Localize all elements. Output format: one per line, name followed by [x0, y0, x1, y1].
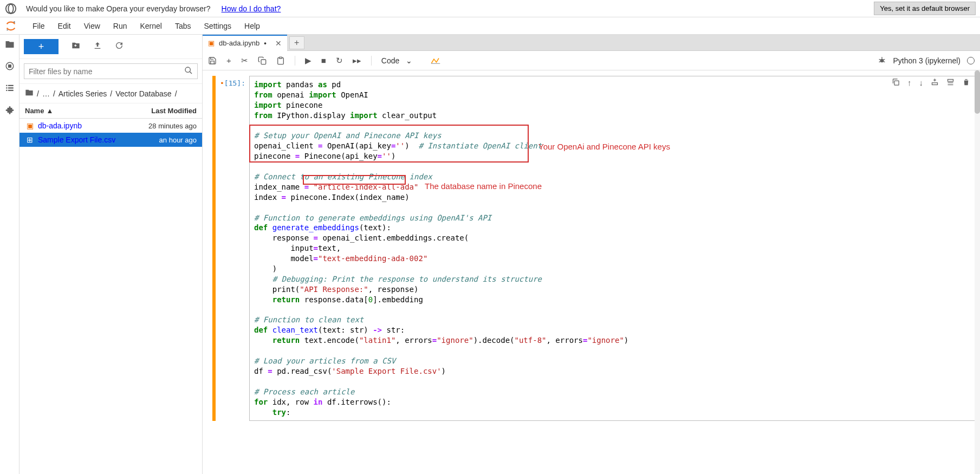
- svg-rect-11: [8, 90, 14, 91]
- csv-file-icon: ⊞: [25, 135, 35, 144]
- breadcrumb[interactable]: / … / Articles Series / Vector Database …: [20, 84, 202, 103]
- notebook-tab[interactable]: ▣ db-ada.ipynb • ✕: [203, 35, 287, 51]
- cell-type-select[interactable]: Code ⌄: [381, 56, 421, 65]
- search-icon: [184, 66, 193, 76]
- file-modified: 28 minutes ago: [148, 122, 197, 130]
- duplicate-cell-icon[interactable]: [892, 78, 900, 88]
- breadcrumb-sep: /: [37, 89, 39, 98]
- svg-rect-6: [6, 85, 7, 86]
- breadcrumb-seg[interactable]: Vector Database: [115, 89, 172, 98]
- file-list: ▣ db-ada.ipynb 28 minutes ago ⊞ Sample E…: [20, 119, 202, 474]
- svg-point-3: [7, 29, 8, 30]
- svg-rect-27: [948, 80, 953, 82]
- svg-line-13: [190, 72, 192, 74]
- svg-rect-24: [932, 83, 938, 85]
- file-browser-icon[interactable]: [4, 39, 15, 50]
- new-folder-icon[interactable]: [72, 41, 80, 52]
- bug-icon[interactable]: [878, 56, 886, 65]
- tab-close-button[interactable]: ✕: [275, 39, 282, 48]
- breadcrumb-ellipsis[interactable]: …: [42, 89, 50, 98]
- restart-icon[interactable]: ↻: [336, 56, 343, 66]
- menu-edit[interactable]: Edit: [51, 22, 77, 30]
- svg-rect-8: [6, 87, 7, 88]
- svg-point-1: [8, 4, 13, 13]
- save-icon[interactable]: [208, 56, 217, 65]
- notebook-area: ▣ db-ada.ipynb • ✕ + + ✂ ▶ ■ ↻ ▸▸ Code ⌄…: [203, 35, 980, 474]
- running-icon[interactable]: [4, 61, 15, 72]
- kernel-status-icon[interactable]: [967, 57, 975, 64]
- opera-how-link[interactable]: How do I do that?: [222, 4, 281, 13]
- activity-bar: [0, 35, 20, 474]
- svg-rect-15: [279, 57, 282, 59]
- move-down-icon[interactable]: ↓: [919, 78, 924, 88]
- header-name[interactable]: Name ▲: [25, 107, 151, 115]
- svg-rect-23: [894, 81, 899, 85]
- svg-rect-9: [8, 87, 14, 88]
- menu-run[interactable]: Run: [107, 22, 134, 30]
- file-browser-toolbar: +: [20, 35, 202, 59]
- menu-kernel[interactable]: Kernel: [133, 22, 168, 30]
- file-list-header: Name ▲ Last Modified: [20, 103, 202, 119]
- menubar: File Edit View Run Kernel Tabs Settings …: [0, 17, 980, 35]
- menu-view[interactable]: View: [77, 22, 107, 30]
- add-cell-icon[interactable]: +: [226, 56, 231, 65]
- file-modified: an hour ago: [159, 136, 197, 144]
- scrollbar[interactable]: [975, 70, 980, 474]
- svg-rect-7: [8, 85, 14, 86]
- header-modified[interactable]: Last Modified: [151, 107, 197, 115]
- opera-set-default-button[interactable]: Yes, set it as default browser: [874, 2, 976, 15]
- cell-marker: [212, 76, 216, 421]
- tabbar: ▣ db-ada.ipynb • ✕ +: [203, 35, 980, 51]
- insert-below-icon[interactable]: [946, 78, 955, 88]
- menu-file[interactable]: File: [26, 22, 51, 30]
- file-name: Sample Export File.csv: [38, 135, 159, 144]
- scroll-thumb[interactable]: [975, 70, 980, 114]
- notebook-file-icon: ▣: [25, 121, 35, 130]
- breadcrumb-sep: /: [175, 89, 177, 98]
- file-row-notebook[interactable]: ▣ db-ada.ipynb 28 minutes ago: [20, 119, 202, 133]
- file-browser-panel: + / … / Articles Series / Vector Databas…: [20, 35, 203, 474]
- code-editor[interactable]: import pandas as pd from openai import O…: [249, 76, 976, 421]
- svg-line-19: [879, 59, 881, 60]
- run-all-icon[interactable]: ▸▸: [353, 56, 361, 66]
- copy-icon[interactable]: [258, 56, 267, 65]
- annotation-text-index-name: The database name in Pinecone: [425, 181, 542, 191]
- kernel-name[interactable]: Python 3 (ipykernel): [893, 56, 960, 65]
- notebook-toolbar: + ✂ ▶ ■ ↻ ▸▸ Code ⌄ Python 3 (ipykernel): [203, 51, 980, 70]
- delete-cell-icon[interactable]: [962, 78, 970, 88]
- file-name: db-ada.ipynb: [38, 121, 148, 130]
- unsaved-dot-icon: •: [264, 39, 267, 47]
- filter-input-wrapper: [24, 63, 198, 79]
- refresh-icon[interactable]: [115, 41, 124, 52]
- run-icon[interactable]: ▶: [305, 56, 311, 66]
- svg-rect-14: [261, 60, 266, 64]
- render-icon[interactable]: [431, 56, 440, 65]
- svg-point-0: [6, 3, 16, 13]
- insert-above-icon[interactable]: [931, 78, 939, 88]
- sort-asc-icon: ▲: [46, 107, 53, 115]
- tab-add-button[interactable]: +: [289, 36, 304, 49]
- toc-icon[interactable]: [4, 82, 15, 93]
- file-row-csv[interactable]: ⊞ Sample Export File.csv an hour ago: [20, 133, 202, 147]
- svg-point-17: [880, 59, 884, 62]
- annotation-text-api-keys: Your OpenAi and Pinecone API keys: [538, 142, 670, 151]
- cut-icon[interactable]: ✂: [241, 56, 248, 66]
- menu-help[interactable]: Help: [238, 22, 267, 30]
- stop-icon[interactable]: ■: [321, 56, 326, 65]
- tab-title: db-ada.ipynb: [219, 39, 259, 47]
- upload-icon[interactable]: [93, 41, 102, 52]
- svg-point-12: [185, 67, 190, 72]
- move-up-icon[interactable]: ↑: [907, 78, 912, 88]
- svg-line-21: [879, 61, 881, 62]
- jupyter-logo-icon: [4, 20, 17, 33]
- filter-files-input[interactable]: [29, 67, 184, 76]
- menu-tabs[interactable]: Tabs: [168, 22, 198, 30]
- code-cell[interactable]: •[15]: ↑ ↓ import pandas as pd from open…: [212, 76, 976, 421]
- extensions-icon[interactable]: [4, 104, 15, 115]
- new-launcher-button[interactable]: +: [24, 39, 59, 54]
- menu-settings[interactable]: Settings: [198, 22, 238, 30]
- paste-icon[interactable]: [276, 56, 285, 65]
- notebook-content[interactable]: •[15]: ↑ ↓ import pandas as pd from open…: [203, 70, 980, 474]
- opera-logo-icon: [4, 2, 17, 15]
- breadcrumb-seg[interactable]: Articles Series: [59, 89, 107, 98]
